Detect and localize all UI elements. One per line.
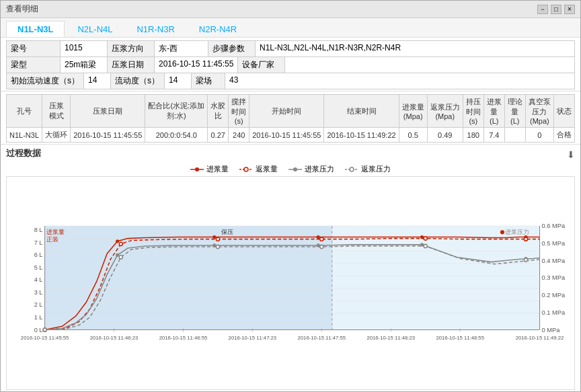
th-zhuang-tai: 状态: [553, 95, 574, 128]
main-content: 梁号 1015 压浆方向 东-西 步骤参数 N1L-N3L,N2L-N4L,N1…: [1, 38, 580, 391]
th-kong-hao: 孔号: [7, 95, 42, 128]
svg-text:正装: 正装: [46, 236, 59, 243]
window-title: 查看明细: [6, 3, 38, 15]
value-ya-jiang-ri: 2016-10-15 11:45:55: [155, 57, 238, 73]
svg-point-57: [116, 253, 119, 257]
svg-point-43: [500, 230, 504, 234]
svg-point-45: [116, 239, 119, 243]
legend-line-jin-jiang-liang: [190, 166, 204, 173]
svg-text:进浆压力: 进浆压力: [505, 229, 529, 235]
th-jie-shu: 结束时间: [324, 95, 399, 128]
svg-point-52: [216, 237, 219, 241]
legend-label-fan-jiang-ya: 返浆压力: [361, 164, 391, 174]
svg-point-53: [320, 237, 323, 241]
td-chi-ya: 180: [463, 128, 483, 143]
info-row-3: 初始流动速度（s） 14 流动度（s） 14 梁场 43: [6, 73, 575, 89]
td-pei-he-bi: 200:0:0:54.0: [145, 128, 208, 143]
minimize-button[interactable]: －: [537, 5, 548, 14]
label-liu-dong: 流动度（s）: [111, 73, 165, 89]
svg-point-47: [317, 235, 320, 239]
svg-text:2016-10-15 11:46:23: 2016-10-15 11:46:23: [90, 335, 139, 341]
process-title: 过程数据: [6, 147, 41, 159]
value-liang-xing: 25m箱梁: [61, 57, 108, 73]
th-ya-jiang-date: 压浆日期: [71, 95, 145, 128]
tab-n2r-n4r[interactable]: N2R-N4R: [188, 21, 248, 37]
value-chu-shi: 14: [84, 73, 111, 89]
legend-label-fan-jiang-liang: 返浆量: [256, 164, 278, 174]
label-chu-shi: 初始流动速度（s）: [7, 73, 84, 89]
svg-text:2016-10-15 11:45:55: 2016-10-15 11:45:55: [21, 335, 69, 341]
svg-point-67: [524, 258, 527, 262]
td-li-lun: [504, 128, 525, 143]
td-jin-jiang-l: 7.4: [483, 128, 504, 143]
td-jiao-ban: 240: [229, 128, 249, 143]
td-zhuang-tai: 合格: [553, 128, 574, 143]
svg-text:0.6 MPa: 0.6 MPa: [542, 223, 566, 229]
legend-label-jin-jiang-liang: 进浆量: [206, 164, 229, 174]
svg-text:2016-10-15 11:47:23: 2016-10-15 11:47:23: [229, 335, 277, 341]
value-bu-zou: N1L-N3L,N2L-N4L,N1R-N3R,N2R-N4R: [256, 41, 574, 56]
td-fan-jiang-ya: 0.49: [427, 128, 463, 143]
svg-rect-10: [332, 226, 540, 329]
legend-jin-jiang-liang: 进浆量: [190, 164, 229, 174]
svg-text:进浆量: 进浆量: [46, 229, 65, 235]
svg-point-7: [350, 167, 354, 171]
value-she-bei: [285, 57, 574, 73]
legend-label-jin-jiang-ya: 进浆压力: [305, 164, 334, 174]
td-ya-jiang-ms: 大循环: [42, 128, 71, 143]
svg-point-63: [119, 256, 122, 259]
data-table-section: 孔号 压浆模式 压浆日期 配合比(水泥:添加剂:水) 水胶比 搅拌时间(s) 开…: [1, 91, 580, 145]
th-shui-jiao: 水胶比: [208, 95, 229, 128]
label-liang-hao: 梁号: [7, 41, 61, 56]
process-chart: 0 L 1 L 2 L 3 L 4 L 5 L 6 L 7 L 8 L 0 MP…: [7, 177, 574, 389]
svg-point-66: [424, 244, 427, 247]
tab-n1r-n3r[interactable]: N1R-N3R: [125, 21, 186, 37]
svg-text:0.2 MPa: 0.2 MPa: [542, 292, 566, 299]
svg-text:6 L: 6 L: [34, 251, 43, 258]
td-shui-jiao: 0.27: [208, 128, 229, 143]
svg-text:8 L: 8 L: [34, 227, 43, 233]
label-ya-jiang-fang: 压浆方向: [108, 41, 155, 56]
th-li-lun: 理论量(L): [504, 95, 525, 128]
svg-text:2016-10-15 11:48:55: 2016-10-15 11:48:55: [436, 335, 484, 341]
label-bu-zou: 步骤参数: [208, 41, 256, 56]
th-ya-jiang-ms: 压浆模式: [42, 95, 71, 128]
download-icon[interactable]: ⬇: [567, 149, 575, 160]
chart-legend: 进浆量 返浆量 进浆压力 返浆压力: [6, 162, 575, 176]
value-liu-dong: 14: [165, 73, 192, 89]
svg-text:保压: 保压: [221, 229, 233, 235]
tab-n2l-n4l[interactable]: N2L-N4L: [66, 21, 124, 37]
legend-fan-jiang-liang: 返浆量: [239, 164, 278, 174]
table-row: N1L-N3L 大循环 2016-10-15 11:45:55 200:0:0:…: [7, 128, 575, 143]
svg-text:0.3 MPa: 0.3 MPa: [542, 274, 566, 281]
info-row-2: 梁型 25m箱梁 压浆日期 2016-10-15 11:45:55 设备厂家: [6, 56, 575, 73]
svg-rect-9: [45, 226, 332, 329]
legend-line-fan-jiang-liang: [239, 166, 253, 173]
svg-text:3 L: 3 L: [34, 289, 43, 296]
svg-text:0.4 MPa: 0.4 MPa: [542, 258, 566, 264]
maximize-button[interactable]: □: [551, 5, 561, 14]
value-liang-chang: 43: [225, 73, 574, 89]
svg-point-51: [119, 242, 122, 245]
th-jiao-ban: 搅拌时间(s): [229, 95, 249, 128]
svg-point-64: [216, 245, 219, 248]
svg-text:0 L: 0 L: [34, 327, 43, 334]
td-jie-shu: 2016-10-15 11:49:22: [324, 128, 399, 143]
svg-text:0.1 MPa: 0.1 MPa: [542, 309, 566, 316]
window-controls: － □ ×: [537, 5, 575, 14]
td-zhen-kong: 0: [525, 128, 553, 143]
svg-text:1 L: 1 L: [34, 314, 43, 321]
svg-text:0.5 MPa: 0.5 MPa: [542, 240, 566, 247]
title-bar: 查看明细 － □ ×: [1, 1, 580, 18]
close-button[interactable]: ×: [564, 5, 575, 14]
td-kai-shi: 2016-10-15 11:45:55: [249, 128, 324, 143]
th-fan-jiang-ya: 返浆压力(Mpa): [427, 95, 463, 128]
svg-point-55: [524, 237, 527, 241]
td-ya-jiang-date: 2016-10-15 11:45:55: [71, 128, 145, 143]
tab-n1l-n3l[interactable]: N1L-N3L: [6, 21, 65, 37]
svg-text:2016-10-15 11:47:55: 2016-10-15 11:47:55: [298, 335, 346, 341]
svg-point-62: [43, 328, 46, 331]
tab-bar: N1L-N3L N2L-N4L N1R-N3R N2R-N4R: [1, 18, 580, 38]
th-jin-jiang-l: 进浆量(L): [483, 95, 504, 128]
svg-text:2 L: 2 L: [34, 302, 43, 309]
